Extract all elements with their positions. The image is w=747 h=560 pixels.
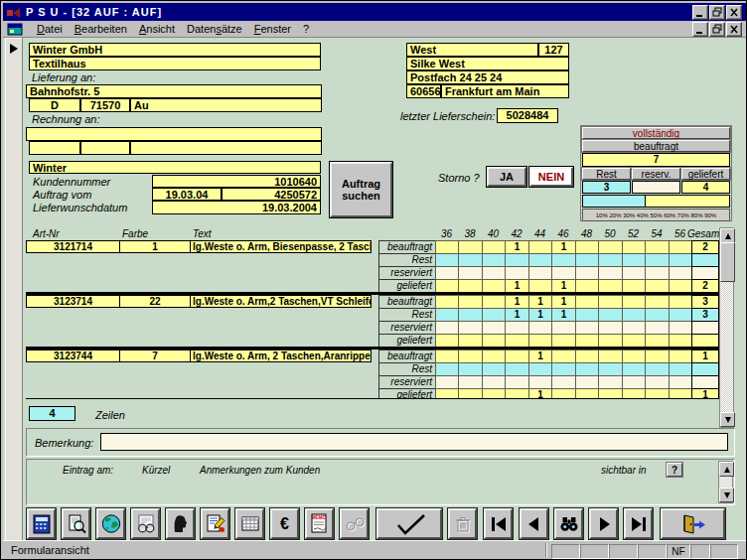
recipient-number-field[interactable]: 127 <box>538 43 569 57</box>
delivery-city-field[interactable]: Au <box>130 98 322 112</box>
auftrag-nr-field[interactable]: 4250572 <box>222 188 321 201</box>
grid-cell[interactable] <box>435 321 459 335</box>
grid-cell[interactable] <box>435 240 459 254</box>
close-icon[interactable] <box>726 5 742 20</box>
memo-button[interactable]: MEMO <box>305 508 334 539</box>
grid-cell[interactable] <box>482 321 506 335</box>
grid-cell[interactable] <box>645 388 670 399</box>
grid-cell[interactable]: 1 <box>551 240 576 254</box>
grid-cell[interactable] <box>505 321 529 335</box>
grid-cell[interactable] <box>482 279 506 293</box>
article-text-field[interactable]: lg.Weste o. Arm, 2 Taschen,Aranrippe <box>190 350 372 362</box>
grid-cell[interactable] <box>575 308 599 322</box>
grid-cell[interactable] <box>598 321 623 335</box>
grid-cell[interactable] <box>669 266 692 280</box>
grid-cell[interactable] <box>482 240 506 254</box>
delivery-street-field[interactable]: Bahnhofstr. 5 <box>26 84 322 98</box>
restore-icon[interactable] <box>709 5 725 20</box>
article-artnr-field[interactable]: 3123714 <box>26 295 120 308</box>
grid-cell[interactable] <box>528 279 552 293</box>
grid-cell[interactable]: 1 <box>551 279 576 293</box>
lieferschein-field[interactable]: 5028484 <box>497 108 558 123</box>
mdi-minimize-icon[interactable] <box>692 22 708 37</box>
grid-cell[interactable] <box>528 334 552 348</box>
grid-cell[interactable] <box>505 388 529 399</box>
article-farbe-field[interactable]: 1 <box>119 240 191 253</box>
grid-cell[interactable] <box>528 266 552 280</box>
grid-cell[interactable] <box>622 253 646 267</box>
grid-cell[interactable] <box>505 375 529 389</box>
grid-cell[interactable] <box>669 253 692 267</box>
grid-cell[interactable] <box>598 253 623 267</box>
grid-cell[interactable] <box>435 334 459 348</box>
grid-cell[interactable] <box>458 253 483 267</box>
recipient-name-field[interactable]: West <box>406 43 538 57</box>
customer-name1-field[interactable]: Winter GmbH <box>29 43 321 57</box>
grid-cell[interactable] <box>482 350 506 363</box>
grid-cell[interactable] <box>458 295 483 309</box>
kundennummer-field[interactable]: 1010640 <box>152 175 321 188</box>
grid-cell[interactable] <box>551 375 576 389</box>
storno-nein-button[interactable]: NEIN <box>529 167 573 187</box>
grid-cell[interactable] <box>598 350 623 363</box>
rest-button[interactable]: Rest <box>582 168 631 180</box>
grid-cell[interactable] <box>458 321 483 335</box>
grid-cell[interactable] <box>528 321 552 335</box>
article-artnr-field[interactable]: 3123744 <box>26 350 120 362</box>
invoice-country-field[interactable] <box>29 141 80 155</box>
delivery-country-field[interactable]: D <box>29 98 80 112</box>
grid-cell[interactable] <box>435 266 459 280</box>
grid-cell[interactable] <box>622 375 646 389</box>
grid-cell[interactable] <box>645 334 670 348</box>
beauftragt-button[interactable]: beauftragt <box>582 140 730 152</box>
article-artnr-field[interactable]: 3121714 <box>26 240 120 253</box>
mdi-close-icon[interactable] <box>726 22 742 37</box>
auftrag-datum-field[interactable]: 19.03.04 <box>152 188 222 201</box>
contact-person-button[interactable] <box>166 508 195 539</box>
grid-cell[interactable] <box>505 334 529 348</box>
article-text-field[interactable]: lg.Weste o. Arm,2 Taschen,VT Schleifen <box>190 295 372 308</box>
grid-cell[interactable]: 1 <box>505 295 529 309</box>
grid-cell[interactable] <box>622 388 646 399</box>
grid-cell[interactable] <box>622 266 646 280</box>
tool-disabled-button[interactable] <box>340 508 369 539</box>
grid-cell[interactable] <box>482 334 506 348</box>
grid-cell[interactable]: 1 <box>551 295 576 309</box>
grid-cell[interactable] <box>458 334 483 348</box>
calculator-button[interactable] <box>27 508 56 539</box>
grid-cell[interactable] <box>505 266 529 280</box>
grid-cell[interactable] <box>482 266 506 280</box>
notes-scrollbar[interactable] <box>718 461 733 503</box>
grid-cell[interactable] <box>435 375 459 389</box>
grid-cell[interactable] <box>435 253 459 267</box>
menu-item-datenstze[interactable]: Datensätze <box>181 22 248 36</box>
grid-cell[interactable] <box>528 375 552 389</box>
grid-cell[interactable] <box>482 253 506 267</box>
grid-cell[interactable] <box>669 279 692 293</box>
grid-cell[interactable] <box>575 350 599 363</box>
delete-disabled-button[interactable] <box>448 508 477 539</box>
grid-cell[interactable] <box>458 388 483 399</box>
grid-cell[interactable] <box>622 334 646 348</box>
grid-cell[interactable] <box>458 279 483 293</box>
invoice-street-field[interactable] <box>26 127 322 141</box>
grid-cell[interactable] <box>645 253 670 267</box>
grid-cell[interactable] <box>458 308 483 322</box>
storno-ja-button[interactable]: JA <box>487 167 526 187</box>
grid-cell[interactable] <box>505 350 529 363</box>
grid-cell[interactable] <box>528 362 552 376</box>
grid-cell[interactable]: 1 <box>505 240 529 254</box>
grid-scroll-thumb[interactable] <box>720 242 735 282</box>
grid-cell[interactable] <box>598 362 623 376</box>
grid-cell[interactable] <box>435 388 459 399</box>
vollstaendig-button[interactable]: vollständig <box>582 127 730 139</box>
grid-cell[interactable] <box>575 388 599 399</box>
grid-cell[interactable] <box>622 321 646 335</box>
grid-cell[interactable] <box>551 350 576 363</box>
grid-cell[interactable] <box>645 350 670 363</box>
next-record-button[interactable] <box>589 508 618 539</box>
notes-scroll-up-icon[interactable] <box>724 467 730 473</box>
edit-note-button[interactable] <box>201 508 229 539</box>
minimize-icon[interactable] <box>692 5 708 20</box>
grid-cell[interactable] <box>482 295 506 309</box>
